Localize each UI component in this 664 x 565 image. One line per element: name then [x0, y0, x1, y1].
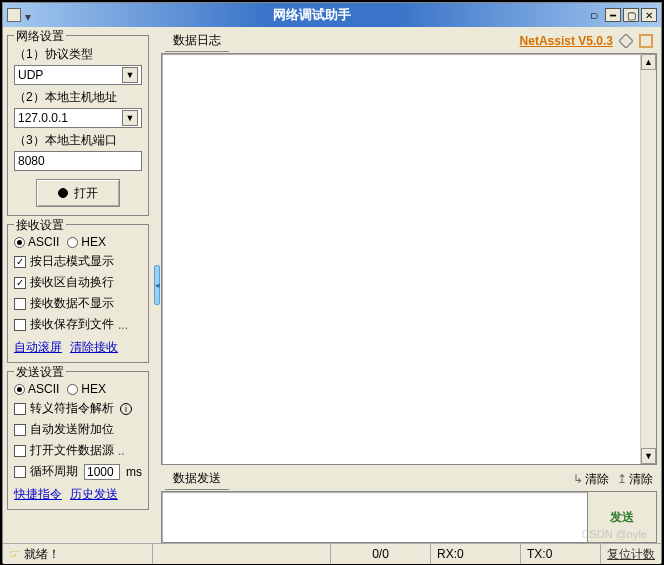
send-settings-group: 发送设置 ASCII HEX 转义符指令解析i 自动发送附加位 打开文件数据源.… [7, 371, 149, 510]
send-button[interactable]: 发送 [588, 492, 656, 542]
send-hex-radio[interactable]: HEX [67, 382, 106, 396]
diamond-icon [619, 34, 633, 48]
protocol-select[interactable]: UDP ▼ [14, 65, 142, 85]
minimize-button[interactable]: ━ [605, 8, 621, 22]
close-button[interactable]: ✕ [641, 8, 657, 22]
host-value: 127.0.0.1 [18, 111, 68, 125]
port-label: （3）本地主机端口 [14, 132, 142, 149]
splitter-handle-icon: ◂ [154, 265, 160, 305]
open-button[interactable]: 打开 [36, 179, 120, 207]
scroll-up-icon[interactable]: ▲ [641, 54, 656, 70]
hide-recv-checkbox[interactable] [14, 298, 26, 310]
brand-label[interactable]: NetAssist V5.0.3 [520, 34, 613, 48]
app-icon [7, 8, 21, 22]
dropdown-icon[interactable]: ▾ [25, 10, 35, 20]
ellipsis-icon[interactable]: ... [118, 318, 128, 332]
auto-wrap-checkbox[interactable]: ✓ [14, 277, 26, 289]
log-tab[interactable]: 数据日志 [165, 30, 229, 52]
quick-cmd-link[interactable]: 快捷指令 [14, 486, 62, 503]
open-button-label: 打开 [74, 185, 98, 202]
window-title: 网络调试助手 [35, 6, 589, 24]
send-tab[interactable]: 数据发送 [165, 468, 229, 490]
save-file-checkbox[interactable] [14, 319, 26, 331]
host-select[interactable]: 127.0.0.1 ▼ [14, 108, 142, 128]
protocol-value: UDP [18, 68, 43, 82]
group-title: 接收设置 [14, 217, 66, 234]
reset-counter-link[interactable]: 复位计数 [601, 546, 661, 563]
port-input[interactable] [14, 151, 142, 171]
square-icon[interactable] [639, 34, 653, 48]
status-rx: RX:0 [431, 544, 521, 564]
status-ready: 就绪！ [24, 546, 60, 563]
receive-settings-group: 接收设置 ASCII HEX ✓按日志模式显示 ✓接收区自动换行 接收数据不显示… [7, 224, 149, 363]
cycle-checkbox[interactable] [14, 466, 26, 478]
send-input[interactable] [162, 492, 588, 542]
recv-hex-radio[interactable]: HEX [67, 235, 106, 249]
history-link[interactable]: 历史发送 [70, 486, 118, 503]
scrollbar[interactable]: ▲ ▼ [640, 54, 656, 464]
status-bar: ☞就绪！ 0/0 RX:0 TX:0 复位计数 [3, 543, 661, 564]
protocol-label: （1）协议类型 [14, 46, 142, 63]
auto-scroll-link[interactable]: 自动滚屏 [14, 339, 62, 356]
pin-icon[interactable]: ⫐ [589, 8, 603, 22]
group-title: 发送设置 [14, 364, 66, 381]
group-title: 网络设置 [14, 28, 66, 45]
clear-load-button[interactable]: ↳清除 [573, 471, 609, 488]
log-textarea[interactable]: ▲ ▼ [161, 53, 657, 465]
network-settings-group: 网络设置 （1）协议类型 UDP ▼ （2）本地主机地址 127.0.0.1 ▼… [7, 35, 149, 216]
status-counter: 0/0 [331, 544, 431, 564]
clear-send-button[interactable]: ↥清除 [617, 471, 653, 488]
scroll-down-icon[interactable]: ▼ [641, 448, 656, 464]
open-file-checkbox[interactable] [14, 445, 26, 457]
arrow-up-icon: ↥ [617, 472, 627, 486]
auto-append-checkbox[interactable] [14, 424, 26, 436]
arrow-down-icon: ↳ [573, 472, 583, 486]
title-bar: ▾ 网络调试助手 ⫐ ━ ▢ ✕ [3, 3, 661, 27]
chevron-down-icon: ▼ [122, 67, 138, 83]
ellipsis-icon[interactable]: .. [118, 444, 125, 458]
status-dot-icon [58, 188, 68, 198]
clear-recv-link[interactable]: 清除接收 [70, 339, 118, 356]
host-label: （2）本地主机地址 [14, 89, 142, 106]
cycle-input[interactable] [84, 464, 120, 480]
maximize-button[interactable]: ▢ [623, 8, 639, 22]
info-icon[interactable]: i [120, 403, 132, 415]
send-ascii-radio[interactable]: ASCII [14, 382, 59, 396]
chevron-down-icon: ▼ [122, 110, 138, 126]
log-mode-checkbox[interactable]: ✓ [14, 256, 26, 268]
splitter[interactable]: ◂ [153, 27, 161, 543]
recv-ascii-radio[interactable]: ASCII [14, 235, 59, 249]
escape-checkbox[interactable] [14, 403, 26, 415]
hand-icon: ☞ [9, 547, 20, 561]
status-tx: TX:0 [521, 544, 601, 564]
settings-sidebar: 网络设置 （1）协议类型 UDP ▼ （2）本地主机地址 127.0.0.1 ▼… [3, 27, 153, 543]
